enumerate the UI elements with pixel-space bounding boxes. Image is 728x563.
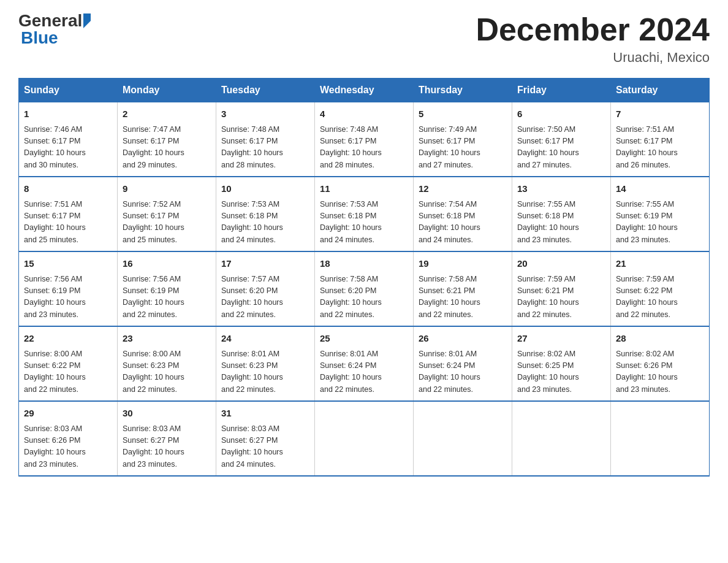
day-number: 25	[320, 332, 408, 346]
day-number: 24	[221, 332, 309, 346]
calendar-cell	[611, 401, 710, 476]
day-number: 29	[24, 407, 112, 421]
weekday-header-sunday: Sunday	[19, 79, 118, 102]
calendar-cell	[414, 401, 512, 476]
calendar-cell: 23Sunrise: 8:00 AM Sunset: 6:23 PM Dayli…	[118, 326, 216, 401]
calendar-cell: 18Sunrise: 7:58 AM Sunset: 6:20 PM Dayli…	[315, 251, 414, 326]
calendar-cell: 7Sunrise: 7:51 AM Sunset: 6:17 PM Daylig…	[611, 102, 710, 177]
calendar-cell: 27Sunrise: 8:02 AM Sunset: 6:25 PM Dayli…	[512, 326, 611, 401]
day-info: Sunrise: 7:47 AM Sunset: 6:17 PM Dayligh…	[123, 124, 211, 172]
calendar-cell: 24Sunrise: 8:01 AM Sunset: 6:23 PM Dayli…	[216, 326, 315, 401]
day-info: Sunrise: 7:56 AM Sunset: 6:19 PM Dayligh…	[123, 274, 211, 321]
logo: General Blue	[18, 12, 91, 47]
calendar-cell: 2Sunrise: 7:47 AM Sunset: 6:17 PM Daylig…	[118, 102, 216, 177]
day-info: Sunrise: 8:01 AM Sunset: 6:24 PM Dayligh…	[419, 348, 507, 396]
calendar-cell: 15Sunrise: 7:56 AM Sunset: 6:19 PM Dayli…	[19, 251, 118, 326]
calendar-body: 1Sunrise: 7:46 AM Sunset: 6:17 PM Daylig…	[19, 102, 710, 477]
weekday-header-wednesday: Wednesday	[315, 79, 414, 102]
calendar-header: SundayMondayTuesdayWednesdayThursdayFrid…	[19, 79, 710, 102]
calendar-week-row: 15Sunrise: 7:56 AM Sunset: 6:19 PM Dayli…	[19, 251, 710, 326]
calendar-cell: 22Sunrise: 8:00 AM Sunset: 6:22 PM Dayli…	[19, 326, 118, 401]
weekday-header-friday: Friday	[512, 79, 611, 102]
day-info: Sunrise: 7:53 AM Sunset: 6:18 PM Dayligh…	[221, 199, 309, 247]
day-info: Sunrise: 7:57 AM Sunset: 6:20 PM Dayligh…	[221, 274, 309, 321]
calendar-cell	[512, 401, 611, 476]
weekday-header-saturday: Saturday	[611, 79, 710, 102]
calendar-cell: 26Sunrise: 8:01 AM Sunset: 6:24 PM Dayli…	[414, 326, 512, 401]
day-number: 16	[123, 257, 211, 271]
day-number: 8	[24, 182, 112, 196]
day-number: 7	[616, 107, 704, 121]
day-number: 18	[320, 257, 408, 271]
weekday-header-tuesday: Tuesday	[216, 79, 315, 102]
day-number: 14	[616, 182, 704, 196]
calendar-cell: 12Sunrise: 7:54 AM Sunset: 6:18 PM Dayli…	[414, 177, 512, 251]
day-number: 10	[221, 182, 309, 196]
calendar-cell: 13Sunrise: 7:55 AM Sunset: 6:18 PM Dayli…	[512, 177, 611, 251]
calendar-cell: 30Sunrise: 8:03 AM Sunset: 6:27 PM Dayli…	[118, 401, 216, 476]
weekday-header-thursday: Thursday	[414, 79, 512, 102]
day-number: 9	[123, 182, 211, 196]
calendar-table: SundayMondayTuesdayWednesdayThursdayFrid…	[18, 78, 710, 477]
day-info: Sunrise: 7:55 AM Sunset: 6:18 PM Dayligh…	[517, 199, 605, 247]
day-info: Sunrise: 7:58 AM Sunset: 6:20 PM Dayligh…	[320, 274, 408, 321]
day-info: Sunrise: 8:01 AM Sunset: 6:24 PM Dayligh…	[320, 348, 408, 396]
calendar-cell: 28Sunrise: 8:02 AM Sunset: 6:26 PM Dayli…	[611, 326, 710, 401]
day-info: Sunrise: 7:51 AM Sunset: 6:17 PM Dayligh…	[616, 124, 704, 172]
logo-blue-text: Blue	[21, 28, 58, 47]
calendar-cell: 29Sunrise: 8:03 AM Sunset: 6:26 PM Dayli…	[19, 401, 118, 476]
day-info: Sunrise: 8:00 AM Sunset: 6:23 PM Dayligh…	[123, 348, 211, 396]
day-info: Sunrise: 7:48 AM Sunset: 6:17 PM Dayligh…	[320, 124, 408, 172]
day-number: 17	[221, 257, 309, 271]
day-number: 11	[320, 182, 408, 196]
day-number: 28	[616, 332, 704, 346]
day-info: Sunrise: 7:53 AM Sunset: 6:18 PM Dayligh…	[320, 199, 408, 247]
calendar-cell: 20Sunrise: 7:59 AM Sunset: 6:21 PM Dayli…	[512, 251, 611, 326]
day-number: 20	[517, 257, 605, 271]
day-info: Sunrise: 7:58 AM Sunset: 6:21 PM Dayligh…	[419, 274, 507, 321]
day-info: Sunrise: 7:59 AM Sunset: 6:21 PM Dayligh…	[517, 274, 605, 321]
day-number: 3	[221, 107, 309, 121]
calendar-week-row: 1Sunrise: 7:46 AM Sunset: 6:17 PM Daylig…	[19, 102, 710, 177]
day-info: Sunrise: 8:03 AM Sunset: 6:27 PM Dayligh…	[123, 423, 211, 471]
day-number: 5	[419, 107, 507, 121]
day-number: 22	[24, 332, 112, 346]
calendar-cell: 21Sunrise: 7:59 AM Sunset: 6:22 PM Dayli…	[611, 251, 710, 326]
title-block: December 2024 Uruachi, Mexico	[476, 12, 710, 66]
day-number: 15	[24, 257, 112, 271]
location-text: Uruachi, Mexico	[476, 50, 710, 66]
day-number: 31	[221, 407, 309, 421]
day-info: Sunrise: 8:02 AM Sunset: 6:25 PM Dayligh…	[517, 348, 605, 396]
calendar-cell: 3Sunrise: 7:48 AM Sunset: 6:17 PM Daylig…	[216, 102, 315, 177]
calendar-cell: 25Sunrise: 8:01 AM Sunset: 6:24 PM Dayli…	[315, 326, 414, 401]
page-header: General Blue December 2024 Uruachi, Mexi…	[18, 12, 710, 66]
day-info: Sunrise: 7:59 AM Sunset: 6:22 PM Dayligh…	[616, 274, 704, 321]
day-number: 19	[419, 257, 507, 271]
day-info: Sunrise: 8:02 AM Sunset: 6:26 PM Dayligh…	[616, 348, 704, 396]
calendar-cell: 6Sunrise: 7:50 AM Sunset: 6:17 PM Daylig…	[512, 102, 611, 177]
calendar-week-row: 29Sunrise: 8:03 AM Sunset: 6:26 PM Dayli…	[19, 401, 710, 476]
day-number: 6	[517, 107, 605, 121]
day-info: Sunrise: 8:03 AM Sunset: 6:26 PM Dayligh…	[24, 423, 112, 471]
day-info: Sunrise: 7:52 AM Sunset: 6:17 PM Dayligh…	[123, 199, 211, 247]
calendar-cell: 14Sunrise: 7:55 AM Sunset: 6:19 PM Dayli…	[611, 177, 710, 251]
logo-general-text: General	[18, 12, 82, 29]
calendar-cell: 9Sunrise: 7:52 AM Sunset: 6:17 PM Daylig…	[118, 177, 216, 251]
day-info: Sunrise: 7:54 AM Sunset: 6:18 PM Dayligh…	[419, 199, 507, 247]
calendar-cell: 5Sunrise: 7:49 AM Sunset: 6:17 PM Daylig…	[414, 102, 512, 177]
calendar-week-row: 22Sunrise: 8:00 AM Sunset: 6:22 PM Dayli…	[19, 326, 710, 401]
day-number: 26	[419, 332, 507, 346]
month-title: December 2024	[476, 12, 710, 47]
day-info: Sunrise: 7:56 AM Sunset: 6:19 PM Dayligh…	[24, 274, 112, 321]
day-info: Sunrise: 7:49 AM Sunset: 6:17 PM Dayligh…	[419, 124, 507, 172]
day-number: 13	[517, 182, 605, 196]
calendar-cell: 19Sunrise: 7:58 AM Sunset: 6:21 PM Dayli…	[414, 251, 512, 326]
calendar-cell: 4Sunrise: 7:48 AM Sunset: 6:17 PM Daylig…	[315, 102, 414, 177]
day-number: 12	[419, 182, 507, 196]
day-info: Sunrise: 8:00 AM Sunset: 6:22 PM Dayligh…	[24, 348, 112, 396]
day-info: Sunrise: 7:50 AM Sunset: 6:17 PM Dayligh…	[517, 124, 605, 172]
day-info: Sunrise: 7:51 AM Sunset: 6:17 PM Dayligh…	[24, 199, 112, 247]
calendar-week-row: 8Sunrise: 7:51 AM Sunset: 6:17 PM Daylig…	[19, 177, 710, 251]
day-info: Sunrise: 7:46 AM Sunset: 6:17 PM Dayligh…	[24, 124, 112, 172]
calendar-cell: 8Sunrise: 7:51 AM Sunset: 6:17 PM Daylig…	[19, 177, 118, 251]
